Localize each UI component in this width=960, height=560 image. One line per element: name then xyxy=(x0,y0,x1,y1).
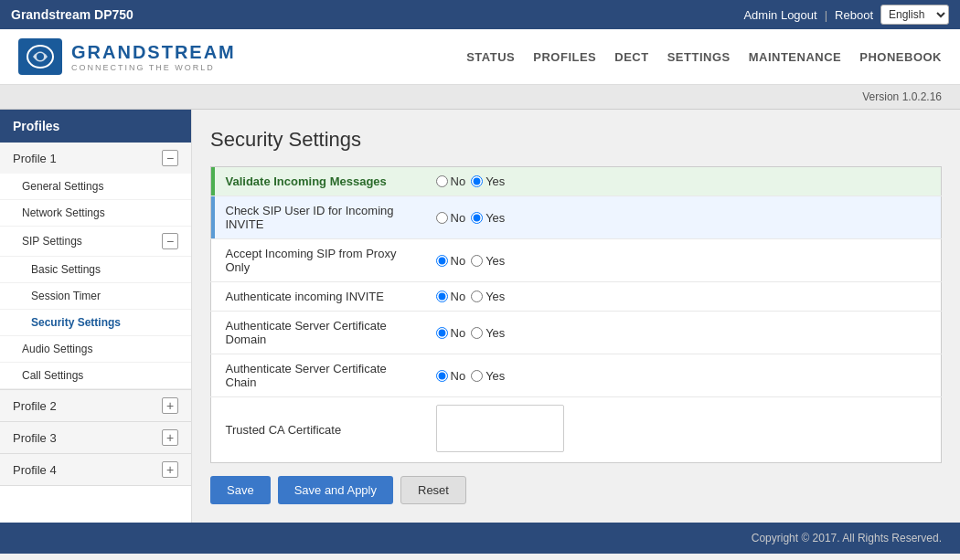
sidebar-profile-1: Profile 1 − General Settings Network Set… xyxy=(0,143,191,390)
radio-group-auth-invite: No Yes xyxy=(436,290,931,303)
table-row: Authenticate Server Certificate Chain No… xyxy=(211,354,942,397)
radio-group-validate: No Yes xyxy=(436,174,931,188)
table-row: Check SIP User ID for Incoming INVITE No… xyxy=(211,196,942,239)
profile-4-label: Profile 4 xyxy=(13,463,57,477)
sidebar-item-sip-settings[interactable]: SIP Settings − xyxy=(0,227,191,257)
sidebar-item-network-settings[interactable]: Network Settings xyxy=(0,200,191,227)
setting-controls-check-sip: No Yes xyxy=(425,196,942,239)
sidebar-profile-2: Profile 2 + xyxy=(0,390,191,422)
radio-auth-invite-no[interactable]: No xyxy=(436,290,466,303)
settings-table: Validate Incoming Messages No Yes Check … xyxy=(210,166,942,463)
setting-label-accept-sip: Accept Incoming SIP from Proxy Only xyxy=(215,239,425,282)
setting-controls-trusted-ca xyxy=(425,397,942,463)
sidebar-profile-4-header[interactable]: Profile 4 + xyxy=(0,454,191,485)
trusted-ca-textarea[interactable] xyxy=(436,405,564,452)
table-row: Validate Incoming Messages No Yes xyxy=(211,167,942,196)
profile-2-label: Profile 2 xyxy=(13,399,57,413)
admin-logout-link[interactable]: Admin Logout xyxy=(743,8,816,22)
content-area: Security Settings Validate Incoming Mess… xyxy=(192,110,960,523)
radio-group-check-sip: No Yes xyxy=(436,211,931,225)
main-layout: Profiles Profile 1 − General Settings Ne… xyxy=(0,110,960,523)
version-bar: Version 1.0.2.16 xyxy=(0,85,960,110)
header: GRANDSTREAM CONNECTING THE WORLD STATUS … xyxy=(0,29,960,85)
expand-icon-profile-2[interactable]: + xyxy=(162,397,178,414)
version-text: Version 1.0.2.16 xyxy=(862,90,942,103)
sidebar-header: Profiles xyxy=(0,110,191,143)
setting-controls-auth-cert-domain: No Yes xyxy=(425,312,942,354)
language-select[interactable]: English Chinese French German Spanish xyxy=(880,5,949,25)
logo-tagline: CONNECTING THE WORLD xyxy=(71,63,236,72)
collapse-icon-sip[interactable]: − xyxy=(162,233,178,249)
profile-1-label: Profile 1 xyxy=(13,152,57,165)
topbar: Grandstream DP750 Admin Logout | Reboot … xyxy=(0,0,960,29)
page-title: Security Settings xyxy=(210,128,942,152)
sidebar-item-security-settings[interactable]: Security Settings xyxy=(0,310,191,336)
table-row: Trusted CA Certificate xyxy=(211,397,942,463)
radio-auth-cert-chain-yes[interactable]: Yes xyxy=(471,369,505,383)
sidebar: Profiles Profile 1 − General Settings Ne… xyxy=(0,110,192,523)
collapse-icon-profile-1[interactable]: − xyxy=(162,150,178,166)
sidebar-profile-3-header[interactable]: Profile 3 + xyxy=(0,422,191,453)
setting-controls-accept-sip: No Yes xyxy=(425,239,942,282)
sidebar-item-call-settings[interactable]: Call Settings xyxy=(0,363,191,389)
profile-3-label: Profile 3 xyxy=(13,431,57,445)
radio-validate-yes[interactable]: Yes xyxy=(471,174,505,188)
nav-status[interactable]: STATUS xyxy=(466,47,515,68)
radio-check-sip-yes[interactable]: Yes xyxy=(471,211,505,225)
footer: Copyright © 2017. All Rights Reserved. xyxy=(0,523,960,554)
nav-settings[interactable]: SETTINGS xyxy=(667,47,731,68)
logo-brand: GRANDSTREAM xyxy=(71,42,236,63)
main-nav: STATUS PROFILES DECT SETTINGS MAINTENANC… xyxy=(466,47,942,68)
logo: GRANDSTREAM CONNECTING THE WORLD xyxy=(18,38,236,75)
save-button[interactable]: Save xyxy=(210,476,271,504)
svg-point-1 xyxy=(37,53,44,60)
radio-auth-cert-domain-yes[interactable]: Yes xyxy=(471,326,505,340)
sidebar-profile-3: Profile 3 + xyxy=(0,422,191,454)
nav-profiles[interactable]: PROFILES xyxy=(533,47,596,68)
table-row: Accept Incoming SIP from Proxy Only No Y… xyxy=(211,239,942,282)
setting-label-validate: Validate Incoming Messages xyxy=(215,167,425,196)
setting-controls-validate: No Yes xyxy=(425,167,942,196)
sidebar-profile-1-header[interactable]: Profile 1 − xyxy=(0,143,191,174)
buttons-row: Save Save and Apply Reset xyxy=(210,476,942,504)
sidebar-item-session-timer[interactable]: Session Timer xyxy=(0,283,191,310)
radio-group-accept-sip: No Yes xyxy=(436,254,931,268)
sidebar-item-audio-settings[interactable]: Audio Settings xyxy=(0,336,191,363)
setting-label-auth-invite: Authenticate incoming INVITE xyxy=(215,282,425,312)
radio-accept-sip-yes[interactable]: Yes xyxy=(471,254,505,268)
radio-validate-no[interactable]: No xyxy=(436,174,466,188)
reset-button[interactable]: Reset xyxy=(400,476,466,504)
radio-auth-cert-chain-no[interactable]: No xyxy=(436,369,466,383)
sidebar-profile-2-header[interactable]: Profile 2 + xyxy=(0,390,191,421)
expand-icon-profile-4[interactable]: + xyxy=(162,461,178,478)
setting-label-trusted-ca: Trusted CA Certificate xyxy=(215,397,425,463)
radio-auth-cert-domain-no[interactable]: No xyxy=(436,326,466,340)
setting-label-auth-cert-chain: Authenticate Server Certificate Chain xyxy=(215,354,425,397)
nav-maintenance[interactable]: MAINTENANCE xyxy=(749,47,842,68)
setting-label-check-sip: Check SIP User ID for Incoming INVITE xyxy=(215,196,425,239)
topbar-title: Grandstream DP750 xyxy=(11,7,133,22)
footer-text: Copyright © 2017. All Rights Reserved. xyxy=(752,532,942,544)
expand-icon-profile-3[interactable]: + xyxy=(162,429,178,446)
reboot-link[interactable]: Reboot xyxy=(835,8,873,22)
setting-controls-auth-invite: No Yes xyxy=(425,282,942,312)
save-apply-button[interactable]: Save and Apply xyxy=(278,476,393,504)
table-row: Authenticate incoming INVITE No Yes xyxy=(211,282,942,312)
nav-phonebook[interactable]: PHONEBOOK xyxy=(859,47,942,68)
sidebar-profile-4: Profile 4 + xyxy=(0,454,191,486)
logo-text: GRANDSTREAM CONNECTING THE WORLD xyxy=(71,42,236,72)
radio-check-sip-no[interactable]: No xyxy=(436,211,466,225)
radio-group-auth-cert-chain: No Yes xyxy=(436,369,931,383)
radio-auth-invite-yes[interactable]: Yes xyxy=(471,290,505,303)
separator: | xyxy=(825,8,827,22)
radio-group-auth-cert-domain: No Yes xyxy=(436,326,931,340)
setting-controls-auth-cert-chain: No Yes xyxy=(425,354,942,397)
sidebar-item-basic-settings[interactable]: Basic Settings xyxy=(0,257,191,283)
sidebar-item-general-settings[interactable]: General Settings xyxy=(0,174,191,200)
radio-accept-sip-no[interactable]: No xyxy=(436,254,466,268)
logo-icon xyxy=(18,38,62,75)
setting-label-auth-cert-domain: Authenticate Server Certificate Domain xyxy=(215,312,425,354)
topbar-right: Admin Logout | Reboot English Chinese Fr… xyxy=(743,5,949,25)
table-row: Authenticate Server Certificate Domain N… xyxy=(211,312,942,354)
nav-dect[interactable]: DECT xyxy=(614,47,648,68)
